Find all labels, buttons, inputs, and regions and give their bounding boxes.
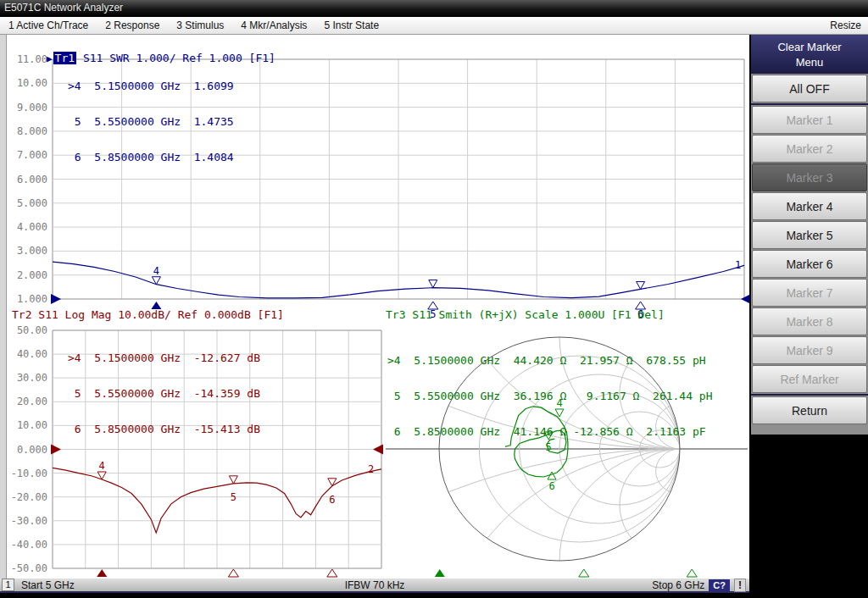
cal-status-badge: C? [709, 579, 730, 591]
softkey-menu-title: Clear Marker Menu [751, 35, 868, 74]
statusbar-right-group: Stop 6 GHz C? ! [652, 579, 749, 592]
svg-text:7.000: 7.000 [17, 149, 47, 161]
tr2-ref-arrow-left [51, 445, 61, 455]
all-off-button[interactable]: All OFF [752, 75, 867, 102]
svg-text:20.00: 20.00 [17, 396, 47, 407]
menu-active-ch-trace[interactable]: 1 Active Ch/Trace [0, 19, 97, 31]
tr1-marker4-readout: >4 5.1500000 GHz 1.6099 [68, 80, 234, 92]
tr2-stim-marker-4 [97, 569, 107, 577]
marker-4-button[interactable]: Marker 4 [752, 192, 867, 220]
svg-text:-50.00: -50.00 [11, 562, 47, 574]
tr1-marker5-readout: 5 5.5500000 GHz 1.4735 [68, 116, 234, 128]
marker-6-button[interactable]: Marker 6 [752, 250, 867, 278]
marker-5-button[interactable]: Marker 5 [752, 221, 867, 249]
ref-marker-button[interactable]: Ref Marker [752, 365, 867, 393]
analyzer-screen: 11.0010.009.0008.0007.0006.0005.0004.000… [0, 35, 749, 579]
tr3-marker6-readout: 6 5.8500000 GHz 41.146 Ω -12.856 Ω 2.116… [387, 426, 713, 438]
softkey-title-line2: Menu [751, 56, 868, 69]
tr1-marker-readout: >4 5.1500000 GHz 1.6099 5 5.5500000 GHz … [68, 57, 234, 187]
svg-text:4: 4 [153, 265, 159, 277]
marker-7-button[interactable]: Marker 7 [752, 279, 867, 307]
svg-text:4.000: 4.000 [17, 221, 47, 233]
svg-text:8.000: 8.000 [17, 125, 47, 137]
tr3-marker5-readout: 5 5.5500000 GHz 36.196 Ω 9.1167 Ω 261.44… [387, 390, 713, 402]
softkey-title-line1: Clear Marker [751, 41, 868, 53]
svg-text:-20.00: -20.00 [11, 491, 47, 503]
app-window: E5071C Network Analyzer 1 Active Ch/Trac… [0, 0, 868, 598]
tr2-marker-6-glyph [328, 479, 337, 486]
ifbw-label: IFBW 70 kHz [345, 579, 405, 591]
tr2-trace-number: 2 [368, 463, 374, 475]
stop-frequency-label: Stop 6 GHz [652, 579, 704, 591]
menu-response[interactable]: 2 Response [97, 19, 168, 31]
svg-text:-30.00: -30.00 [11, 515, 47, 527]
svg-text:6: 6 [329, 494, 335, 506]
tr3-stim-marker-4 [435, 569, 445, 577]
return-button[interactable]: Return [752, 396, 867, 424]
menu-resize[interactable]: Resize [830, 19, 868, 31]
svg-text:6: 6 [548, 480, 554, 492]
menu-mkr-analysis[interactable]: 4 Mkr/Analysis [232, 19, 315, 31]
alert-indicator: ! [734, 579, 746, 592]
active-trace-arrow-icon: ▶ [47, 53, 53, 64]
tr2-marker-5-glyph [229, 476, 237, 484]
menubar: 1 Active Ch/Trace 2 Response 3 Stimulus … [0, 17, 868, 35]
tr3-stim-marker-5 [579, 569, 589, 577]
titlebar: E5071C Network Analyzer [0, 0, 868, 17]
tr1-marker-5-glyph [429, 280, 437, 288]
svg-text:5.000: 5.000 [17, 197, 47, 209]
marker-1-button[interactable]: Marker 1 [752, 106, 867, 134]
marker-2-button[interactable]: Marker 2 [752, 135, 867, 163]
svg-text:40.00: 40.00 [17, 348, 47, 360]
softkey-separator [751, 103, 868, 105]
tr2-stim-marker-6 [327, 569, 337, 577]
tr2-ref-arrow-right [373, 445, 383, 455]
marker-8-button[interactable]: Marker 8 [752, 307, 867, 335]
svg-text:6.000: 6.000 [17, 174, 47, 185]
svg-text:0.000: 0.000 [17, 444, 47, 456]
svg-text:-40.00: -40.00 [11, 539, 47, 551]
svg-text:1.000: 1.000 [17, 293, 47, 305]
svg-text:4: 4 [99, 460, 105, 472]
svg-text:30.00: 30.00 [17, 372, 47, 384]
marker-9-button[interactable]: Marker 9 [752, 336, 867, 364]
tr3-marker4-readout: >4 5.1500000 GHz 44.420 Ω 21.957 Ω 678.5… [387, 355, 713, 367]
tr2-marker-readout: >4 5.1500000 GHz -12.627 dB 5 5.5500000 … [68, 329, 260, 459]
menu-stimulus[interactable]: 3 Stimulus [168, 19, 232, 31]
svg-text:10.00: 10.00 [17, 419, 47, 431]
svg-text:2.000: 2.000 [17, 269, 47, 281]
softkey-menu: Clear Marker Menu All OFF Marker 1 Marke… [751, 35, 868, 435]
tr1-marker-6-glyph [637, 281, 645, 289]
tr1-ref-arrow-left [51, 294, 61, 304]
tr2-marker6-readout: 6 5.8500000 GHz -15.413 dB [68, 424, 260, 435]
tr3-stim-marker-6 [687, 569, 697, 577]
softkey-separator [751, 394, 868, 396]
tr1-ref-arrow-right [741, 294, 749, 304]
tr2-marker4-readout: >4 5.1500000 GHz -12.627 dB [68, 352, 260, 364]
channel-indicator: 1 [2, 579, 14, 591]
svg-text:9.000: 9.000 [17, 102, 47, 114]
statusbar: 1 Start 5 GHz IFBW 70 kHz Stop 6 GHz C? … [0, 579, 749, 593]
tr3-header: Tr3 S11 Smith (R+jX) Scale 1.000U [F1 De… [386, 308, 665, 321]
marker-3-button[interactable]: Marker 3 [752, 163, 867, 191]
svg-text:50.00: 50.00 [17, 324, 47, 336]
svg-text:5: 5 [231, 491, 236, 503]
start-frequency-label: Start 5 GHz [21, 579, 75, 591]
window-title: E5071C Network Analyzer [4, 2, 123, 14]
svg-text:10.00: 10.00 [17, 77, 47, 89]
svg-text:-10.00: -10.00 [11, 468, 47, 479]
tr1-trace-number: 1 [735, 259, 741, 271]
tr3-marker-readout: >4 5.1500000 GHz 44.420 Ω 21.957 Ω 678.5… [387, 331, 713, 462]
menu-instr-state[interactable]: 5 Instr State [315, 19, 387, 31]
svg-text:3.000: 3.000 [17, 245, 47, 257]
tr2-marker5-readout: 5 5.5500000 GHz -14.359 dB [68, 388, 260, 400]
tr1-marker6-readout: 6 5.8500000 GHz 1.4084 [68, 152, 234, 163]
tr2-stim-marker-5 [228, 569, 238, 577]
tr2-header: Tr2 S11 Log Mag 10.00dB/ Ref 0.000dB [F1… [12, 308, 284, 321]
